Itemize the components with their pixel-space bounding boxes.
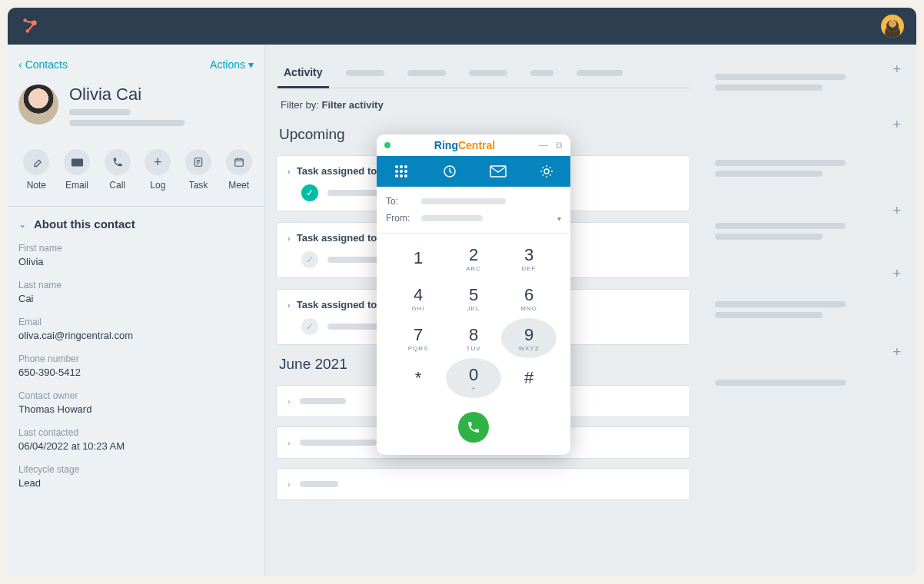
task-title: Task assigned to xyxy=(297,232,377,244)
dialer-tab-keypad[interactable] xyxy=(377,156,425,187)
field-value: Olivia xyxy=(18,256,254,267)
right-sidebar: + + + + + xyxy=(701,45,916,576)
field-value: Lead xyxy=(18,477,254,489)
chevron-right-icon: › xyxy=(288,234,291,243)
popout-icon[interactable]: ⧉ xyxy=(556,140,563,151)
gear-icon xyxy=(540,164,553,178)
field-label: Lifecycle stage xyxy=(18,464,254,475)
contact-field[interactable]: Phone number650-390-5412 xyxy=(18,353,254,378)
svg-rect-3 xyxy=(71,158,83,166)
clock-icon xyxy=(443,164,457,178)
contact-field[interactable]: Last contacted06/04/2022 at 10:23 AM xyxy=(18,427,254,452)
placeholder-line xyxy=(300,481,338,487)
meet-button[interactable]: Meet xyxy=(224,149,254,191)
contact-field[interactable]: Last nameCai xyxy=(18,280,254,304)
task-checkbox[interactable]: ✓ xyxy=(301,184,318,201)
presence-dot-icon xyxy=(384,142,391,148)
contact-field[interactable]: Contact ownerThomas Howard xyxy=(18,390,254,415)
plus-icon[interactable]: + xyxy=(892,344,901,360)
contact-avatar[interactable] xyxy=(18,85,58,124)
history-item[interactable]: › xyxy=(276,468,690,500)
task-checkbox[interactable]: ✓ xyxy=(301,318,318,335)
dialer-to-field[interactable]: To: xyxy=(386,193,561,210)
filter-row[interactable]: Filter by: Filter activity xyxy=(276,99,690,111)
tab-placeholder xyxy=(346,70,384,76)
breadcrumb-contacts[interactable]: ‹ Contacts xyxy=(18,58,68,71)
chevron-right-icon: › xyxy=(288,438,291,447)
note-button[interactable]: Note xyxy=(22,149,52,191)
task-title: Task assigned to xyxy=(297,299,377,310)
plus-icon[interactable]: + xyxy=(892,266,901,282)
ringcentral-dialer[interactable]: RingCentral — ⧉ xyxy=(377,134,570,455)
log-button[interactable]: +Log xyxy=(143,149,173,191)
note-icon xyxy=(23,149,49,175)
caret-down-icon: ▾ xyxy=(557,214,561,223)
tab-placeholder xyxy=(530,70,553,76)
contact-field[interactable]: Lifecycle stageLead xyxy=(18,464,254,489)
keypad-1[interactable]: 1 xyxy=(391,238,446,278)
field-value: Cai xyxy=(18,293,254,304)
tab-activity[interactable]: Activity xyxy=(284,58,323,88)
action-label: Call xyxy=(109,180,125,191)
right-card: + xyxy=(712,200,906,263)
svg-point-12 xyxy=(395,174,398,178)
keypad-6[interactable]: 6MNO xyxy=(501,278,557,318)
task-checkbox[interactable]: ✓ xyxy=(301,251,318,268)
field-label: Contact owner xyxy=(18,390,254,401)
placeholder-line xyxy=(715,312,823,318)
user-avatar[interactable] xyxy=(881,15,904,38)
svg-point-8 xyxy=(404,165,407,168)
hubspot-logo-icon xyxy=(20,16,40,36)
actions-dropdown[interactable]: Actions ▾ xyxy=(210,58,254,71)
placeholder-line xyxy=(715,234,823,240)
keypad-star[interactable]: * xyxy=(391,358,446,398)
keypad-2[interactable]: 2ABC xyxy=(446,238,501,278)
keypad-5[interactable]: 5JKL xyxy=(446,278,501,318)
task-button[interactable]: Task xyxy=(184,149,214,191)
placeholder-line xyxy=(715,223,846,229)
right-card: + xyxy=(712,263,906,341)
dialer-tab-messages[interactable] xyxy=(474,156,522,187)
chevron-down-icon[interactable]: ⌄ xyxy=(18,219,26,230)
call-icon xyxy=(105,149,131,175)
plus-icon[interactable]: + xyxy=(892,117,901,133)
keypad-4[interactable]: 4GHI xyxy=(391,278,446,318)
keypad-3[interactable]: 3DEF xyxy=(501,238,557,278)
svg-point-6 xyxy=(395,165,398,168)
chevron-right-icon: › xyxy=(288,167,291,176)
keypad-hash[interactable]: # xyxy=(501,358,557,398)
placeholder-line xyxy=(421,215,483,221)
plus-icon[interactable]: + xyxy=(892,61,901,78)
email-icon xyxy=(64,149,90,175)
plus-icon[interactable]: + xyxy=(892,203,901,219)
svg-point-9 xyxy=(395,170,398,173)
tab-placeholder xyxy=(469,70,507,76)
keypad-8[interactable]: 8TUV xyxy=(446,318,501,358)
email-button[interactable]: Email xyxy=(62,149,92,191)
dialer-tab-history[interactable] xyxy=(425,156,474,187)
field-label: Last contacted xyxy=(18,427,254,438)
dialer-tab-settings[interactable] xyxy=(522,156,570,187)
log-icon: + xyxy=(145,149,171,175)
field-value: Thomas Howard xyxy=(18,403,254,415)
top-bar xyxy=(8,8,916,45)
contact-field[interactable]: First nameOlivia xyxy=(18,243,254,267)
dialer-from-field[interactable]: From: ▾ xyxy=(386,210,561,227)
about-section-title: About this contact xyxy=(34,217,135,231)
keypad-7[interactable]: 7PQRS xyxy=(391,318,446,358)
chevron-right-icon: › xyxy=(288,300,291,310)
minimize-icon[interactable]: — xyxy=(539,140,548,151)
call-button[interactable] xyxy=(458,412,489,443)
task-icon xyxy=(185,149,211,175)
svg-point-13 xyxy=(400,174,403,178)
keypad-9[interactable]: 9WXYZ xyxy=(501,318,557,358)
ringcentral-logo: RingCentral xyxy=(434,139,495,151)
keypad-0[interactable]: 0+ xyxy=(446,358,501,398)
contact-field[interactable]: Emailoliva.cai@ringcentral.com xyxy=(18,317,254,341)
field-value: 06/04/2022 at 10:23 AM xyxy=(18,440,254,452)
phone-icon xyxy=(467,420,480,434)
contact-name: Olivia Cai xyxy=(69,85,184,105)
task-title: Task assigned to xyxy=(297,165,377,177)
call-button[interactable]: Call xyxy=(102,149,132,191)
chevron-right-icon: › xyxy=(288,397,291,406)
